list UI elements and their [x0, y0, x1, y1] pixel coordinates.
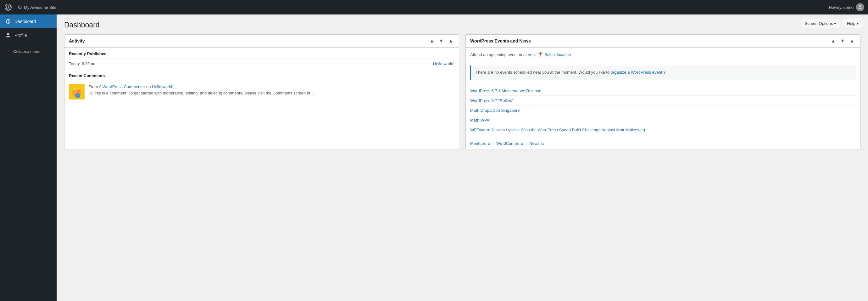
chevron-down-icon: ▾	[857, 21, 859, 26]
sidebar-item-profile[interactable]: Profile	[0, 28, 57, 42]
collapse-down-icon[interactable]: ▼	[437, 38, 445, 44]
events-metabox-title: WordPress Events and News	[470, 38, 531, 44]
collapse-up-icon[interactable]: ▲	[428, 38, 436, 44]
meetups-link[interactable]: Meetups ⧉	[470, 141, 490, 146]
activity-metabox: Activity ▲ ▼ ▲ Recently Published Today,…	[64, 34, 459, 150]
events-metabox: WordPress Events and News ▲ ▼ ▲ Attend a…	[465, 34, 861, 150]
events-metabox-body: Attend an upcoming event near you. 📍 Sel…	[466, 48, 860, 149]
news-link-5[interactable]: WPTavern: Jessica Lyschik Wins the WordP…	[470, 128, 645, 132]
select-location-link[interactable]: 📍 Select location	[538, 52, 571, 57]
activity-metabox-header: Activity ▲ ▼ ▲	[64, 35, 459, 48]
events-attend-row: Attend an upcoming event near you. 📍 Sel…	[466, 48, 860, 61]
news-link-4[interactable]: Matt: WPAI	[470, 118, 491, 122]
page-title: Dashboard	[64, 21, 861, 29]
news-footer-link[interactable]: News ⧉	[529, 141, 544, 146]
news-item: Matt: DrupalCon Singapore	[470, 106, 856, 115]
collapse-up-icon[interactable]: ▲	[829, 38, 837, 44]
svg-point-5	[75, 88, 76, 89]
collapse-down-icon[interactable]: ▼	[839, 38, 846, 44]
news-item: WPTavern: Jessica Lyschik Wins the WordP…	[470, 125, 856, 134]
activity-metabox-controls: ▲ ▼ ▲	[428, 38, 455, 44]
screen-options-button[interactable]: Screen Options ▾	[801, 19, 841, 28]
commenter-link[interactable]: A WordPress Commenter	[99, 84, 145, 89]
news-item: WordPress 6.7 "Rollins"	[470, 96, 856, 106]
news-link-3[interactable]: Matt: DrupalCon Singapore	[470, 108, 520, 113]
wordcamps-link[interactable]: WordCamps ⧉	[496, 141, 523, 146]
events-metabox-controls: ▲ ▼ ▲	[829, 38, 856, 44]
commenter-avatar	[69, 84, 85, 100]
location-pin-icon: 📍	[538, 52, 543, 57]
sidebar-item-dashboard[interactable]: Dashboard	[0, 15, 57, 28]
recent-comments-label: Recent Comments	[64, 69, 459, 81]
collapse-menu-button[interactable]: Collapse menu	[0, 45, 57, 58]
external-link-icon: ⧉	[488, 142, 490, 146]
organize-event-link[interactable]: organize a WordPress event	[611, 70, 663, 75]
close-icon[interactable]: ▲	[848, 38, 856, 44]
comment-post-link[interactable]: Hello world!	[152, 84, 173, 89]
dashboard-grid: Activity ▲ ▼ ▲ Recently Published Today,…	[64, 34, 861, 150]
chevron-down-icon: ▾	[834, 21, 836, 26]
external-link-icon: ⧉	[541, 142, 544, 146]
post-date: Today, 6:39 am	[69, 61, 97, 66]
activity-metabox-title: Activity	[69, 38, 85, 44]
footer-separator-2: |	[526, 141, 527, 146]
news-item: WordPress 6.7.1 Maintenance Release	[470, 86, 856, 96]
comment-row: From A WordPress Commenter on Hello worl…	[64, 81, 459, 104]
site-name[interactable]: My Awesome Site	[18, 5, 56, 10]
external-link-icon: ⧉	[521, 142, 523, 146]
events-metabox-header: WordPress Events and News ▲ ▼ ▲	[466, 35, 860, 48]
howdy-user[interactable]: Howdy, demo	[829, 3, 864, 11]
news-link-2[interactable]: WordPress 6.7 "Rollins"	[470, 98, 514, 103]
footer-separator-1: |	[493, 141, 494, 146]
events-footer: Meetups ⧉ | WordCamps ⧉ | News ⧉	[466, 137, 860, 149]
collapse-icon	[5, 49, 10, 54]
admin-bar: My Awesome Site Howdy, demo	[0, 0, 868, 15]
main-content: Dashboard Activity ▲ ▼ ▲ Recently Publis…	[57, 15, 868, 301]
user-avatar	[856, 3, 864, 11]
svg-point-7	[75, 93, 80, 98]
post-link[interactable]: Hello world!	[433, 61, 455, 66]
recently-published-label: Recently Published	[64, 48, 459, 59]
sidebar: Dashboard Profile Collapse menu	[0, 15, 57, 301]
no-events-box: There are no events scheduled near you a…	[470, 65, 856, 80]
wp-logo-icon[interactable]	[4, 3, 12, 12]
news-item: Matt: WPAI	[470, 115, 856, 125]
news-list: WordPress 6.7.1 Maintenance Release Word…	[466, 84, 860, 137]
profile-icon	[5, 32, 11, 38]
activity-metabox-body: Recently Published Today, 6:39 am Hello …	[64, 48, 459, 104]
help-button[interactable]: Help ▾	[843, 19, 863, 28]
dashboard-icon	[5, 18, 11, 25]
close-icon[interactable]: ▲	[447, 38, 455, 44]
comment-text: From A WordPress Commenter on Hello worl…	[88, 84, 314, 96]
activity-row: Today, 6:39 am Hello world!	[64, 59, 459, 69]
top-buttons: Screen Options ▾ Help ▾	[801, 19, 863, 28]
news-link-1[interactable]: WordPress 6.7.1 Maintenance Release	[470, 88, 541, 93]
